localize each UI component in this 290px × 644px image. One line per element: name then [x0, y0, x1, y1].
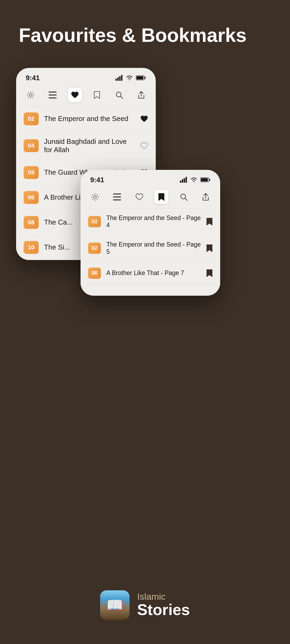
list-button-back[interactable] [46, 88, 60, 102]
svg-rect-8 [49, 94, 57, 96]
list-item[interactable]: 06 A Brother Like That - Page 7 [81, 262, 220, 285]
toolbar-back [16, 85, 156, 106]
share-icon [137, 91, 145, 99]
bookmark-button-front[interactable] [154, 190, 168, 204]
heart-outline-2 [140, 142, 148, 149]
brand-icon-inner: 📖 [100, 590, 130, 620]
status-icons-back [115, 75, 146, 81]
brand-islamic-label: Islamic [137, 592, 190, 601]
svg-rect-17 [209, 179, 210, 181]
svg-rect-15 [186, 177, 187, 183]
gear-icon-front [91, 193, 99, 201]
bookmark-title-2: The Emperor and the Seed - Page 5 [106, 241, 201, 255]
bookmark-title-1: The Emperor and the Seed - Page 4 [106, 214, 201, 229]
bookmark-item-icon-2 [206, 244, 213, 252]
item-badge-6: 10 [24, 241, 39, 254]
svg-rect-19 [113, 193, 121, 195]
bookmark-badge-1: 02 [88, 216, 101, 227]
svg-line-11 [121, 96, 123, 98]
svg-rect-20 [113, 196, 121, 197]
search-icon [115, 91, 123, 99]
status-icons-front [180, 177, 211, 183]
brand-stories-label: Stories [137, 601, 190, 618]
brand-book-emoji: 📖 [106, 597, 124, 613]
svg-rect-18 [201, 178, 208, 181]
list-icon [49, 92, 57, 98]
bookmark-title-3: A Brother Like That - Page 7 [106, 269, 201, 277]
battery-icon [136, 75, 146, 80]
list-item[interactable]: 02 The Emperor and the Seed - Page 4 [81, 208, 220, 235]
bottom-brand: 📖 Islamic Stories [100, 590, 190, 620]
wifi-icon [126, 75, 133, 81]
svg-rect-13 [182, 179, 183, 183]
bookmark-active-icon [158, 193, 165, 201]
brand-text-container: Islamic Stories [137, 592, 190, 618]
svg-line-23 [185, 198, 187, 200]
heart-button-back[interactable] [68, 88, 82, 102]
item-badge-3: 05 [24, 166, 39, 179]
heart-button-front[interactable] [132, 190, 146, 204]
heart-icon-front [135, 193, 143, 201]
item-badge-5: 08 [24, 216, 39, 229]
settings-button-front[interactable] [88, 190, 102, 204]
status-bar-back: 9:41 [16, 68, 156, 85]
bookmark-badge-2: 02 [88, 243, 101, 254]
bookmark-button-back[interactable] [90, 88, 104, 102]
status-bar-front: 9:41 [81, 170, 220, 187]
bookmark-icon-toolbar [94, 91, 100, 99]
list-item[interactable]: 02 The Emperor and the Seed [16, 107, 156, 131]
svg-rect-2 [119, 76, 121, 81]
status-time-front: 9:41 [90, 176, 104, 184]
heart-filled-1 [140, 115, 148, 123]
svg-rect-5 [145, 77, 146, 79]
settings-button-back[interactable] [24, 88, 38, 102]
bookmark-item-icon-3 [206, 269, 213, 277]
bottom-padding [81, 285, 220, 296]
search-button-front[interactable] [177, 190, 191, 204]
share-button-front[interactable] [199, 190, 213, 204]
battery-icon-front [200, 177, 211, 182]
share-icon-front [202, 193, 209, 201]
svg-rect-6 [136, 76, 143, 79]
list-item[interactable]: 02 The Emperor and the Seed - Page 5 [81, 235, 220, 262]
phone-bookmarks: 9:41 [81, 170, 220, 296]
svg-rect-21 [113, 199, 121, 200]
heart-active-icon [71, 91, 79, 99]
toolbar-front [81, 187, 220, 208]
svg-rect-7 [49, 92, 57, 93]
svg-rect-12 [180, 181, 181, 183]
svg-rect-1 [117, 77, 119, 81]
signal-icon [115, 75, 123, 81]
wifi-icon-front [190, 177, 198, 183]
bookmark-badge-3: 06 [88, 268, 101, 279]
status-time-back: 9:41 [26, 74, 40, 82]
item-title-1: The Emperor and the Seed [44, 115, 135, 123]
svg-rect-14 [184, 178, 185, 183]
item-badge-4: 06 [24, 191, 39, 204]
item-title-2: Junaid Baghdadi and Love for Allah [44, 137, 135, 154]
list-item[interactable]: 04 Junaid Baghdadi and Love for Allah [16, 131, 156, 160]
bookmark-item-icon-1 [206, 218, 213, 226]
share-button-back[interactable] [134, 88, 148, 102]
list-icon-front [113, 193, 121, 200]
brand-icon: 📖 [100, 590, 130, 620]
search-button-back[interactable] [112, 88, 126, 102]
page-title: Favourites & Bookmarks [0, 0, 290, 57]
svg-rect-3 [121, 75, 122, 81]
item-badge-1: 02 [24, 112, 39, 125]
list-button-front[interactable] [110, 190, 124, 204]
search-icon-front [180, 193, 188, 201]
signal-icon-front [180, 177, 187, 183]
svg-rect-0 [115, 79, 117, 81]
mockups-container: 9:41 [0, 68, 290, 417]
gear-icon [27, 91, 35, 99]
item-badge-2: 04 [24, 139, 39, 152]
svg-rect-9 [49, 97, 57, 98]
